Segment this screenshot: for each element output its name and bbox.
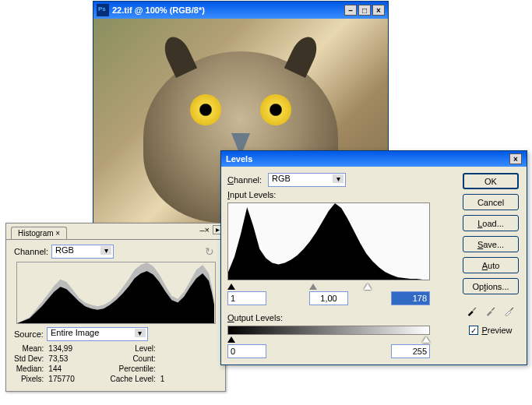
preview-label: Preview (481, 326, 512, 335)
input-gamma-field[interactable] (309, 291, 348, 305)
count-value (160, 354, 217, 363)
close-button[interactable]: × (372, 5, 385, 16)
options-button[interactable]: Options... (463, 278, 519, 294)
black-point-slider[interactable] (227, 284, 235, 290)
histogram-chart (16, 262, 216, 324)
output-white-slider[interactable] (422, 336, 430, 343)
levels-titlebar[interactable]: Levels × (221, 151, 527, 167)
levels-histogram (227, 202, 430, 280)
save-button[interactable]: Save... (463, 236, 519, 252)
mean-label: Mean: (14, 344, 44, 353)
black-eyedropper-icon[interactable] (465, 304, 479, 318)
percentile-label: Percentile: (110, 364, 155, 373)
source-select[interactable]: Entire Image (47, 327, 148, 341)
output-white-field[interactable] (391, 344, 430, 358)
stddev-label: Std Dev: (14, 354, 44, 363)
preview-checkbox[interactable]: ✓ (469, 326, 478, 335)
median-value: 144 (48, 364, 105, 373)
gray-eyedropper-icon[interactable] (484, 304, 498, 318)
levels-channel-label: Channel: (227, 175, 262, 185)
level-value (160, 344, 217, 353)
channel-label: Channel: (14, 247, 48, 256)
output-sliders[interactable] (227, 336, 430, 343)
histogram-panel: Histogram × –× ▸ Channel: RGB Source: En… (5, 223, 226, 392)
panel-collapse-icon[interactable]: –× (199, 225, 210, 234)
ok-button[interactable]: OK (463, 173, 519, 189)
output-gradient (227, 326, 430, 335)
median-label: Median: (14, 364, 44, 373)
document-titlebar[interactable]: 22.tif @ 100% (RGB/8*) – □ × (93, 2, 388, 19)
input-white-field[interactable] (391, 291, 430, 305)
input-levels-label: Input Levels: (227, 190, 455, 199)
input-black-field[interactable] (227, 291, 266, 305)
levels-channel-select[interactable]: RGB (268, 173, 346, 187)
minimize-button[interactable]: – (344, 5, 357, 16)
percentile-value (160, 364, 217, 373)
stddev-value: 73,53 (48, 354, 105, 363)
cancel-button[interactable]: Cancel (463, 194, 519, 210)
auto-button[interactable]: Auto (463, 257, 519, 273)
levels-dialog: Levels × Channel: RGB Input Levels: (220, 150, 527, 365)
cache-label: Cache Level: (110, 375, 155, 383)
output-black-slider[interactable] (227, 336, 235, 343)
output-levels-label: Output Levels: (227, 313, 455, 322)
levels-close-button[interactable]: × (509, 153, 522, 164)
pixels-value: 175770 (48, 375, 105, 383)
input-sliders[interactable] (227, 284, 430, 290)
channel-select[interactable]: RGB (51, 245, 114, 259)
levels-title: Levels (226, 154, 252, 164)
cache-value: 1 (160, 375, 217, 383)
white-point-slider[interactable] (364, 284, 372, 290)
app-icon (97, 4, 109, 16)
refresh-icon[interactable] (205, 245, 217, 258)
white-eyedropper-icon[interactable] (502, 304, 516, 318)
gamma-slider[interactable] (309, 284, 317, 290)
output-black-field[interactable] (227, 344, 266, 358)
count-label: Count: (110, 354, 155, 363)
maximize-button[interactable]: □ (358, 5, 371, 16)
source-label: Source: (14, 329, 44, 339)
document-title: 22.tif @ 100% (RGB/8*) (112, 5, 205, 15)
mean-value: 134,99 (48, 344, 105, 353)
histogram-tab[interactable]: Histogram × (11, 227, 67, 239)
load-button[interactable]: Load... (463, 215, 519, 231)
level-label: Level: (110, 344, 155, 353)
pixels-label: Pixels: (14, 375, 44, 383)
